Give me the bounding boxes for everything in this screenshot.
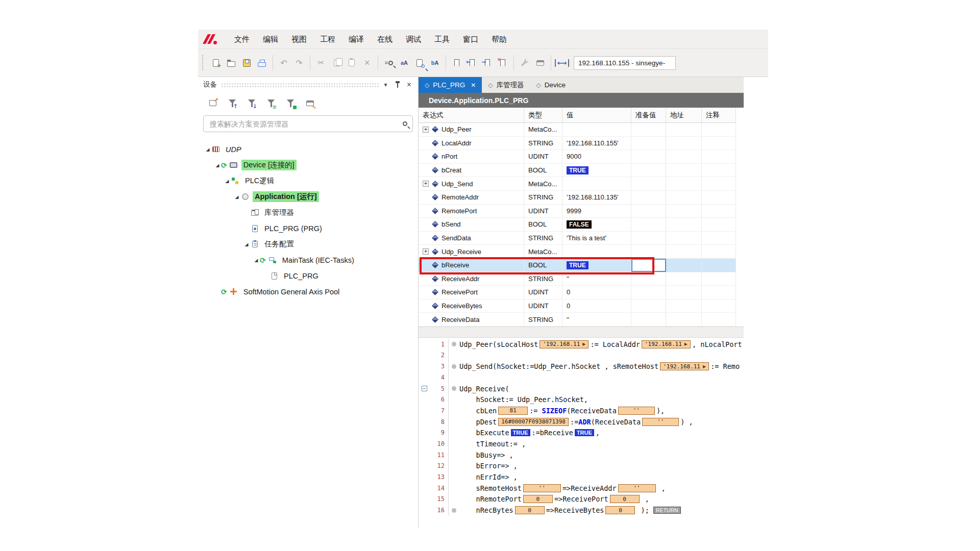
table-row[interactable]: RemotePortUDINT9999	[419, 205, 736, 218]
gateway-icon[interactable]: ⟷	[555, 56, 569, 70]
expression-cell[interactable]: bSend	[419, 218, 524, 231]
monitor-value-box[interactable]: 0	[523, 495, 553, 503]
menu-item-5[interactable]: 在线	[371, 30, 399, 48]
value-cell[interactable]: FALSE	[562, 218, 631, 231]
tree-item-pou-ref[interactable]: PLC_PRG	[198, 268, 418, 284]
expression-cell[interactable]: +Udp_Send	[419, 177, 524, 190]
tree-item-pou[interactable]: PLC_PRG (PRG)	[198, 220, 418, 236]
tree-item-axis-pool[interactable]: ⟳SoftMotion General Axis Pool	[198, 284, 418, 299]
monitor-value-box[interactable]: '192.168.11▶	[660, 362, 709, 370]
bookmark-toggle-icon[interactable]	[450, 56, 464, 70]
tree-item-plc-logic[interactable]: ◢PLC逻辑	[198, 173, 418, 189]
value-cell[interactable]: '192.168.110.135'	[562, 191, 631, 204]
prepared-value-cell[interactable]	[631, 313, 666, 326]
tree-expand-arrow-icon[interactable]: ◢	[214, 163, 221, 168]
code-line[interactable]: 16 nRecBytes0=>ReceiveBytes0 );RETURN	[419, 505, 744, 516]
monitor-value-box[interactable]: ''	[618, 484, 656, 492]
menu-item-7[interactable]: 工具	[428, 30, 456, 48]
monitor-value-box[interactable]: 0	[515, 506, 545, 514]
tools-icon[interactable]	[518, 56, 532, 70]
paste-icon[interactable]	[345, 56, 359, 70]
table-row[interactable]: RemoteAddrSTRING'192.168.110.135'	[419, 191, 736, 205]
code-line[interactable]: 7 cbLen81:= SIZEOF(ReceiveData''),	[419, 405, 744, 416]
tree-item-task-config[interactable]: ◢任务配置	[198, 236, 418, 252]
prepared-value-cell[interactable]	[631, 286, 666, 299]
value-cell[interactable]: TRUE	[562, 259, 631, 272]
table-row[interactable]: ReceiveAddrSTRING''	[419, 272, 736, 286]
device-settings-icon[interactable]: ✎	[302, 95, 317, 111]
code-line[interactable]: 12 bError=> ,	[419, 460, 744, 471]
monitor-value-box[interactable]: '192.168.11▶	[540, 340, 589, 348]
popout-icon[interactable]: ↗	[205, 95, 220, 111]
code-line[interactable]: 15 nRemotePort0=>ReceivePort0 ,	[419, 494, 744, 505]
monitor-value-box[interactable]: 0	[605, 506, 635, 514]
table-row[interactable]: bSendBOOLFALSE	[419, 218, 736, 232]
filter-lines-icon[interactable]: ≡	[263, 95, 279, 111]
search-icon[interactable]	[403, 121, 407, 126]
column-header-5[interactable]: 注释	[702, 108, 736, 122]
tab-[interactable]: ◇库管理器	[482, 77, 530, 93]
table-row[interactable]: +Udp_PeerMetaCo...	[419, 123, 736, 137]
prepared-value-cell[interactable]	[631, 164, 666, 177]
code-line[interactable]: 2	[419, 350, 744, 361]
value-cell[interactable]: TRUE	[562, 164, 631, 177]
value-cell[interactable]: ''	[562, 272, 631, 286]
tree-expand-arrow-icon[interactable]: ◢	[233, 194, 240, 199]
expand-plus-icon[interactable]: +	[423, 127, 429, 133]
expression-cell[interactable]: +Udp_Peer	[419, 123, 524, 136]
code-line[interactable]: 13 nErrId=> ,	[419, 471, 744, 483]
monitor-value-box[interactable]: '192.168.11▶	[642, 340, 691, 348]
monitor-value-box[interactable]: ''	[642, 418, 679, 426]
tree-expand-arrow-icon[interactable]: ◢	[204, 147, 211, 152]
copy-icon[interactable]	[329, 56, 344, 70]
prepared-value-cell[interactable]	[631, 272, 666, 286]
device-address-combo[interactable]: 192.168.110.155 - sinsegye-	[574, 56, 676, 70]
expression-cell[interactable]: LocalAddr	[419, 137, 524, 150]
value-cell[interactable]: ''	[562, 313, 631, 326]
table-row[interactable]: +Udp_SendMetaCo...	[419, 177, 736, 191]
table-row[interactable]: LocalAddrSTRING'192.168.110.155'	[419, 137, 736, 151]
tab-close-icon[interactable]: ✕	[471, 82, 476, 89]
code-line[interactable]: 8 pDest16#00007F0938071398:=ADR(ReceiveD…	[419, 416, 744, 428]
expression-cell[interactable]: ReceiveBytes	[419, 299, 524, 313]
expression-cell[interactable]: +Udp_Receive	[419, 245, 524, 258]
expand-plus-icon[interactable]: +	[423, 248, 429, 255]
code-line[interactable]: 1Udp_Peer(sLocalHost'192.168.11▶:= Local…	[419, 339, 744, 350]
menu-item-8[interactable]: 窗口	[456, 30, 485, 48]
quick-replace-icon[interactable]: aA	[397, 56, 411, 70]
expression-cell[interactable]: SendData	[419, 232, 524, 245]
value-cell[interactable]: 'This is a test'	[562, 232, 631, 245]
tree-expand-arrow-icon[interactable]: ◢	[253, 258, 260, 263]
value-cell[interactable]	[562, 123, 631, 136]
fold-collapse-box[interactable]: −	[422, 386, 427, 391]
toolbar-grip[interactable]	[202, 55, 205, 70]
code-line[interactable]: 14 sRemoteHost''=>ReceiveAddr'' ,	[419, 483, 744, 494]
undo-icon[interactable]: ↶	[277, 56, 291, 70]
value-cell[interactable]	[562, 245, 631, 258]
monitor-value-box[interactable]: 16#00007F0938071398	[498, 418, 569, 426]
open-project-icon[interactable]	[224, 56, 238, 70]
monitor-value-box[interactable]: 0	[610, 495, 640, 503]
cut-icon[interactable]: ✂	[314, 56, 328, 70]
monitor-value-box[interactable]: ''	[523, 484, 561, 492]
prepared-value-cell[interactable]	[631, 245, 666, 258]
bookmark-clear-icon[interactable]: ✕	[496, 56, 510, 70]
prepared-value-cell[interactable]	[631, 232, 666, 245]
tree-item-device[interactable]: ◢⟳Device [连接的]	[198, 157, 418, 173]
menu-item-2[interactable]: 视图	[285, 30, 313, 48]
code-editor[interactable]: 1Udp_Peer(sLocalHost'192.168.11▶:= Local…	[419, 338, 744, 528]
filter-down-icon[interactable]: ↓	[244, 95, 259, 111]
expand-plus-icon[interactable]: +	[423, 181, 429, 187]
fold-marker-icon[interactable]: −	[419, 383, 430, 394]
table-row[interactable]: bCreatBOOLTRUE	[419, 164, 736, 178]
table-row[interactable]: +Udp_ReceiveMetaCo...	[419, 245, 736, 259]
prepared-value-cell[interactable]	[631, 205, 666, 218]
monitor-value-box[interactable]: ''	[618, 407, 655, 415]
prepared-value-cell[interactable]	[631, 299, 666, 313]
column-header-0[interactable]: 表达式	[419, 108, 524, 122]
tree-item-task[interactable]: ◢⟳MainTask (IEC-Tasks)	[198, 252, 418, 268]
column-header-1[interactable]: 类型	[524, 108, 562, 122]
prepared-value-cell[interactable]	[631, 218, 666, 231]
table-row[interactable]: ReceiveDataSTRING''	[419, 313, 736, 327]
value-cell[interactable]: 9999	[562, 205, 631, 218]
